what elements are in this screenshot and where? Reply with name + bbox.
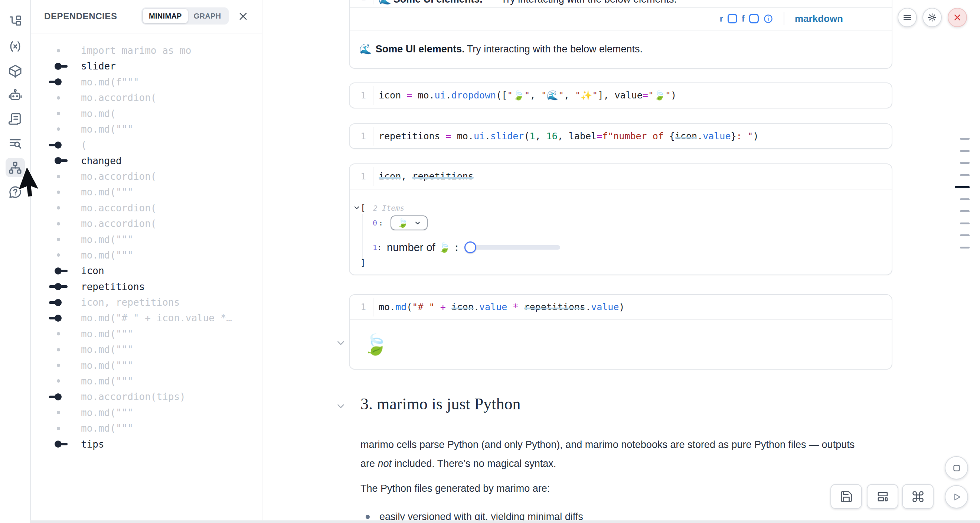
bottom-scrollbar-track[interactable]	[30, 520, 980, 523]
view-mode-tabs: MINIMAP GRAPH	[142, 8, 229, 24]
code-editor[interactable]: 1 icon, repetitions	[350, 164, 892, 190]
minimap-item-label: mo.md(f"""	[81, 77, 139, 88]
command-palette-button[interactable]	[902, 484, 934, 509]
minimap-item[interactable]: mo.accordion(	[30, 90, 260, 105]
variables-icon[interactable]	[8, 39, 23, 54]
cell-scroll-mark[interactable]	[960, 150, 970, 152]
cell-scroll-mark[interactable]	[960, 210, 970, 212]
minimap-item-label: mo.md(	[81, 108, 116, 119]
cell-scroll-mark[interactable]	[960, 234, 970, 236]
menu-button[interactable]	[897, 8, 917, 27]
cell-scroll-mark[interactable]	[960, 223, 970, 224]
outline-search-icon[interactable]	[8, 136, 23, 151]
minimap-item-label: slider	[81, 61, 116, 72]
code-editor[interactable]: 1 icon = mo.ui.dropdown(["🍃", "🌊", "✨"],…	[350, 83, 892, 108]
code-line: mo.md("# " + icon.value * repetitions.va…	[379, 295, 888, 319]
minimap-item[interactable]: mo.md("""	[30, 342, 260, 357]
code-line: icon, repetitions	[379, 164, 888, 189]
fstring-checkbox[interactable]	[749, 14, 759, 23]
minimap-item[interactable]: mo.md("""	[30, 421, 260, 436]
minimap-item-label: mo.md("""	[81, 360, 133, 371]
cell-scroll-mark[interactable]	[960, 162, 970, 164]
save-button[interactable]	[830, 484, 862, 509]
tab-minimap[interactable]: MINIMAP	[143, 9, 188, 23]
layout-button[interactable]	[867, 484, 898, 509]
minimap-item-label: icon	[81, 265, 104, 276]
minimap-item[interactable]: (	[30, 137, 260, 153]
cell-scroll-mark[interactable]	[960, 138, 970, 140]
markdown-cell-editor[interactable]: 1 🌊Some UI elements.Try interacting with…	[350, 0, 892, 8]
code-line: icon = mo.ui.dropdown(["🍃", "🌊", "✨"], v…	[379, 83, 888, 108]
close-panel-button[interactable]	[238, 11, 248, 22]
minimap-item[interactable]: mo.md("""	[30, 326, 260, 342]
minimap-item-label: icon, repetitions	[81, 297, 180, 308]
reactive-checkbox[interactable]	[727, 14, 737, 23]
minimap-item-label: mo.md("""	[81, 423, 133, 434]
minimap-item[interactable]: icon, repetitions	[30, 295, 260, 310]
minimap-item-label: mo.md("""	[81, 328, 133, 340]
minimap-item[interactable]: changed	[30, 153, 260, 169]
minimap-item[interactable]: mo.md("""	[30, 184, 260, 200]
fstring-flag-label: f	[742, 13, 745, 24]
minimap-item[interactable]: mo.md("""	[30, 405, 260, 421]
snippets-icon[interactable]	[8, 112, 23, 127]
icon-dropdown-select[interactable]: 🍃	[390, 215, 428, 230]
minimap-item[interactable]: mo.accordion(tips)	[30, 389, 260, 405]
cell-scroll-mark[interactable]	[960, 198, 970, 200]
ai-assistant-icon[interactable]	[8, 88, 23, 102]
cell-scroll-mark[interactable]	[955, 186, 970, 188]
minimap-item[interactable]: repetitions	[30, 279, 260, 295]
minimap-item[interactable]: import marimo as mo	[30, 43, 260, 58]
shutdown-button[interactable]	[948, 8, 967, 27]
minimap-item[interactable]: mo.accordion(	[30, 169, 260, 184]
minimap-item[interactable]: mo.md("""	[30, 232, 260, 247]
cell-toolbar: r f markdown	[350, 8, 892, 30]
packages-icon[interactable]	[8, 64, 23, 78]
minimap-item[interactable]: mo.md("""	[30, 247, 260, 263]
minimap-item-label: mo.md("""	[81, 376, 133, 387]
minimap-item[interactable]: mo.md(f"""	[30, 74, 260, 90]
minimap-item[interactable]: mo.md("""	[30, 121, 260, 137]
minimap-item-label: mo.accordion(tips)	[81, 391, 186, 402]
collapse-chevron-icon[interactable]	[336, 338, 345, 348]
wave-emoji: 🌊	[379, 0, 391, 5]
minimap-item[interactable]: mo.accordion(	[30, 200, 260, 216]
minimap-item[interactable]: mo.md("""	[30, 358, 260, 373]
cell-scroll-mark[interactable]	[960, 247, 970, 249]
file-tree-icon[interactable]	[8, 14, 23, 29]
panel-title: DEPENDENCIES	[44, 11, 117, 22]
collapse-chevron-icon[interactable]	[336, 401, 345, 411]
stop-button[interactable]	[945, 456, 968, 480]
minimap-item[interactable]: mo.md(	[30, 106, 260, 121]
dependencies-panel: DEPENDENCIES MINIMAP GRAPH import marimo…	[30, 0, 262, 523]
dependencies-icon[interactable]	[8, 161, 23, 175]
minimap-item[interactable]: slider	[30, 58, 260, 74]
minimap-item[interactable]: mo.md("""	[30, 373, 260, 389]
chevron-down-icon	[414, 220, 421, 226]
minimap-item-label: mo.md("""	[81, 234, 133, 245]
minimap-item[interactable]: tips	[30, 437, 260, 452]
language-toggle[interactable]: markdown	[795, 13, 843, 24]
minimap-item-label: import marimo as mo	[81, 45, 191, 56]
section-paragraph: marimo cells parse Python (and only Pyth…	[360, 435, 854, 473]
minimap-item[interactable]: mo.md("# " + icon.value *…	[30, 310, 260, 326]
run-button[interactable]	[945, 485, 968, 509]
code-editor[interactable]: 1 mo.md("# " + icon.value * repetitions.…	[350, 295, 892, 320]
minimap-item[interactable]: icon	[30, 263, 260, 279]
settings-gear-button[interactable]	[923, 8, 942, 27]
minimap-item[interactable]: mo.accordion(	[30, 216, 260, 231]
minimap-item-label: mo.md("""	[81, 407, 133, 418]
line-number: 1	[350, 164, 366, 189]
code-editor[interactable]: 1 repetitions = mo.ui.slider(1, 16, labe…	[350, 124, 892, 148]
code-cell-dropdown: 1 icon = mo.ui.dropdown(["🍃", "🌊", "✨"],…	[349, 83, 892, 108]
slider-thumb[interactable]	[465, 241, 476, 254]
bracket-close: ]	[360, 258, 366, 268]
slider-track[interactable]	[475, 245, 560, 250]
gutter-divider	[373, 167, 374, 186]
cell-scroll-mark[interactable]	[960, 174, 970, 176]
info-icon[interactable]	[763, 14, 773, 24]
line-number: 1	[350, 83, 366, 108]
tab-graph[interactable]: GRAPH	[188, 9, 227, 23]
line-number: 1	[350, 295, 366, 319]
collapse-chevron-icon[interactable]	[353, 204, 360, 211]
